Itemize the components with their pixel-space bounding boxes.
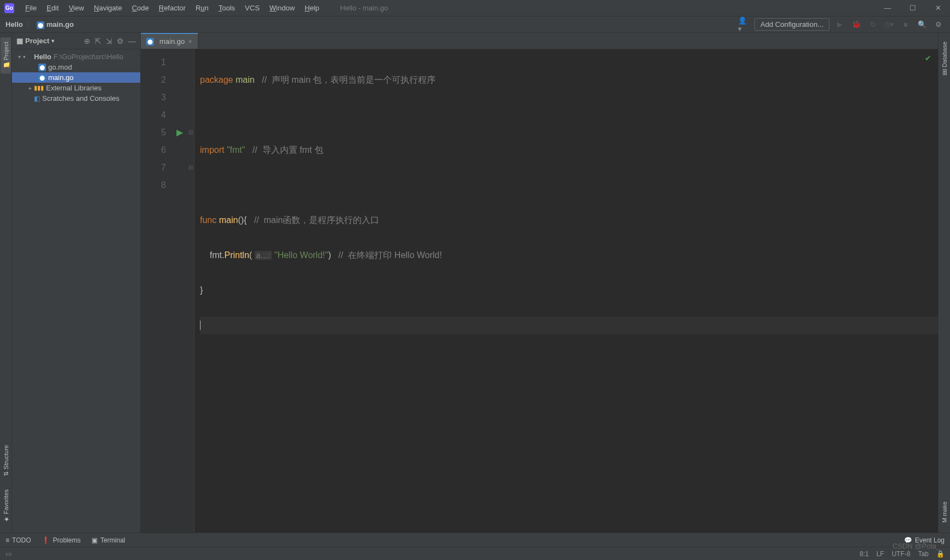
minimize-button[interactable]: — (880, 3, 895, 14)
navigation-bar: Hello 〉 ⬤main.go 👤▾ Add Configuration...… (0, 16, 950, 33)
window-controls: — ☐ ✕ (880, 3, 946, 14)
breadcrumb-separator: 〉 (26, 20, 33, 30)
menu-file[interactable]: File (21, 2, 41, 14)
menu-vcs[interactable]: VCS (241, 2, 264, 14)
search-icon[interactable]: 🔍 (916, 19, 928, 31)
menu-window[interactable]: Window (265, 2, 299, 14)
rail-make-tab[interactable]: Mmake (940, 497, 949, 527)
inspection-ok-icon: ✔ (925, 54, 931, 62)
go-file-icon: ⬤ (146, 38, 154, 45)
project-panel-header: ▦Project▾ ⊕ ⇱ ⇲ ⚙ — (12, 33, 140, 49)
settings-icon[interactable]: ⚙ (932, 19, 945, 31)
rail-structure-tab[interactable]: ⇅Structure (1, 441, 11, 481)
status-eol[interactable]: LF (877, 550, 884, 558)
menu-help[interactable]: Help (300, 2, 324, 14)
window-title: Hello - main.go (340, 4, 388, 12)
menu-refactor[interactable]: Refactor (154, 2, 190, 14)
event-log-tool[interactable]: 💬Event Log (904, 536, 945, 544)
text-caret (200, 321, 203, 330)
problems-icon: ❗ (42, 536, 50, 544)
status-left-icon[interactable]: ▭ (5, 550, 12, 558)
library-icon: ▮▮▮ (34, 84, 44, 92)
tab-label: main.go (159, 37, 185, 45)
gutter-icons: ▶ (173, 49, 187, 533)
code-area[interactable]: package main // 声明 main 包，表明当前是一个可执行程序 i… (194, 49, 938, 533)
status-position[interactable]: 8:1 (860, 550, 869, 558)
maximize-button[interactable]: ☐ (905, 3, 920, 14)
run-icon[interactable]: ▶ (834, 19, 846, 31)
menu-tools[interactable]: Tools (214, 2, 239, 14)
fold-icon[interactable]: ⊟ (188, 124, 193, 141)
terminal-icon: ▣ (91, 536, 98, 544)
terminal-tool[interactable]: ▣Terminal (91, 536, 125, 544)
go-file-icon: ⬤ (38, 74, 46, 82)
breadcrumb: Hello 〉 ⬤main.go (5, 20, 74, 30)
editor-tab-maingo[interactable]: ⬤ main.go × (141, 33, 198, 49)
rail-project-tab[interactable]: 📁Project (1, 37, 11, 73)
status-bar: ▭ 8:1 LF UTF-8 Tab 🔒 (0, 547, 950, 560)
menu-edit[interactable]: Edit (42, 2, 63, 14)
tree-file-maingo[interactable]: ⬤main.go (12, 72, 140, 83)
add-configuration-button[interactable]: Add Configuration... (754, 18, 829, 31)
tree-scratches[interactable]: ◧Scratches and Consoles (12, 93, 140, 104)
right-tool-rail: 🗄Database Mmake (938, 33, 950, 533)
editor: ⬤ main.go × ✔ 1 2 3 4 5 6 7 8 ▶ (141, 33, 938, 533)
event-log-icon: 💬 (904, 536, 912, 544)
coverage-icon[interactable]: ↻ (867, 19, 879, 31)
stop-icon[interactable]: ■ (900, 19, 912, 31)
bottom-tool-bar: ≡TODO ❗Problems ▣Terminal 💬Event Log (0, 533, 950, 547)
main-area: 📁Project ⇅Structure ★Favorites ▦Project▾… (0, 33, 950, 533)
expand-all-icon[interactable]: ⇱ (95, 37, 101, 45)
problems-tool[interactable]: ❗Problems (42, 536, 81, 544)
menu-bar: File Edit View Navigate Code Refactor Ru… (21, 2, 324, 14)
breadcrumb-file[interactable]: ⬤main.go (37, 20, 74, 29)
app-icon: Go (4, 3, 14, 13)
rail-favorites-tab[interactable]: ★Favorites (1, 485, 11, 527)
go-file-icon: ⬤ (38, 64, 46, 71)
editor-body[interactable]: ✔ 1 2 3 4 5 6 7 8 ▶ ⊟ ⊟ (141, 49, 938, 533)
status-encoding[interactable]: UTF-8 (892, 550, 911, 558)
users-icon[interactable]: 👤▾ (738, 19, 750, 31)
hide-panel-icon[interactable]: — (128, 37, 136, 45)
panel-settings-icon[interactable]: ⚙ (117, 37, 124, 45)
project-panel-title[interactable]: ▦Project▾ (16, 37, 54, 45)
run-gutter-icon[interactable]: ▶ (176, 124, 183, 141)
tree-root[interactable]: ▾▪ Hello F:\GoProject\src\Hello (12, 52, 140, 62)
todo-tool[interactable]: ≡TODO (5, 536, 31, 544)
status-indent[interactable]: Tab (918, 550, 929, 558)
collapse-all-icon[interactable]: ⇲ (106, 37, 112, 45)
debug-icon[interactable]: 🐞 (850, 19, 862, 31)
close-tab-icon[interactable]: × (188, 37, 192, 45)
menu-code[interactable]: Code (128, 2, 153, 14)
scratches-icon: ◧ (34, 95, 40, 102)
editor-tabs: ⬤ main.go × (141, 33, 938, 49)
select-opened-file-icon[interactable]: ⊕ (84, 37, 90, 45)
rail-database-tab[interactable]: 🗄Database (940, 37, 949, 79)
menu-run[interactable]: Run (191, 2, 213, 14)
todo-icon: ≡ (5, 536, 9, 544)
go-file-icon: ⬤ (37, 21, 44, 29)
breadcrumb-project[interactable]: Hello (5, 20, 23, 28)
tree-external-libraries[interactable]: ▸▮▮▮External Libraries (12, 83, 140, 93)
profile-icon[interactable]: ◷▾ (883, 19, 895, 31)
menu-view[interactable]: View (64, 2, 88, 14)
line-number-gutter: 1 2 3 4 5 6 7 8 (141, 49, 173, 533)
left-tool-rail: 📁Project ⇅Structure ★Favorites (0, 33, 12, 533)
status-lock-icon[interactable]: 🔒 (936, 550, 945, 558)
tree-file-gomod[interactable]: ⬤go.mod (12, 62, 140, 72)
menu-navigate[interactable]: Navigate (89, 2, 126, 14)
title-bar: Go File Edit View Navigate Code Refactor… (0, 0, 950, 16)
fold-column: ⊟ ⊟ (187, 49, 194, 533)
project-tree: ▾▪ Hello F:\GoProject\src\Hello ⬤go.mod … (12, 49, 140, 106)
project-panel: ▦Project▾ ⊕ ⇱ ⇲ ⚙ — ▾▪ Hello F:\GoProjec… (12, 33, 141, 533)
fold-end-icon[interactable]: ⊟ (188, 159, 193, 176)
close-button[interactable]: ✕ (930, 3, 946, 14)
